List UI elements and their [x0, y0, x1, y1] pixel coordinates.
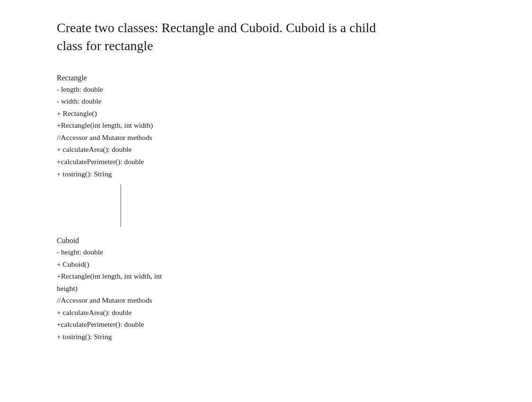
cuboid-class-name: Cuboid — [57, 236, 475, 245]
rectangle-method-calculate-area: + calculateArea(): double — [57, 143, 475, 156]
rectangle-class: Rectangle - length: double - width: doub… — [57, 74, 475, 180]
page-container: Create two classes: Rectangle and Cuboid… — [57, 19, 475, 343]
cuboid-method-tostring: + tostring(): String — [57, 331, 475, 343]
rectangle-method-accessor-comment: //Accessor and Mutator methods — [57, 131, 475, 144]
cuboid-method-accessor-comment: //Accessor and Mutator methods — [57, 294, 475, 306]
cuboid-method-calculate-area: + calculateArea(): double — [57, 306, 475, 319]
inheritance-connector — [57, 184, 475, 227]
content-area: Rectangle - length: double - width: doub… — [57, 74, 475, 343]
cuboid-method-constructor-default: + Cuboid() — [57, 258, 475, 271]
rectangle-attr-length: - length: double — [57, 83, 475, 96]
cuboid-attr-height: - height: double — [57, 246, 475, 258]
rectangle-method-constructor-default: + Rectangle() — [57, 107, 475, 120]
inheritance-line — [121, 184, 121, 227]
cuboid-class-body: - height: double + Cuboid() +Rectangle(i… — [57, 246, 475, 343]
cuboid-method-calculate-perimeter: +calculatePerimeter(): double — [57, 318, 475, 331]
cuboid-class: Cuboid - height: double + Cuboid() +Rect… — [57, 236, 475, 343]
page-title: Create two classes: Rectangle and Cuboid… — [57, 19, 475, 55]
rectangle-attr-width: - width: double — [57, 95, 475, 107]
rectangle-class-name: Rectangle — [57, 74, 475, 82]
cuboid-method-constructor-params: +Rectangle(int length, int width, inthei… — [57, 270, 475, 294]
rectangle-method-calculate-perimeter: +calculatePerimeter(): double — [57, 156, 475, 168]
rectangle-method-tostring: + tostring(): String — [57, 168, 475, 180]
rectangle-class-body: - length: double - width: double + Recta… — [57, 83, 475, 180]
rectangle-method-constructor-params: +Rectangle(int length, int width) — [57, 119, 475, 131]
